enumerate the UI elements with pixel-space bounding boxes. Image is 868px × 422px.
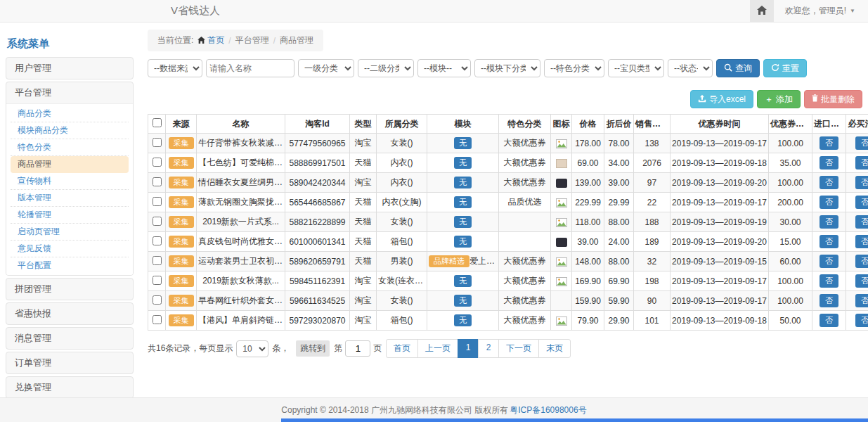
taoke-id: 565446685867	[285, 193, 350, 212]
must-buy-toggle[interactable]: 否	[855, 176, 868, 189]
broken-image-icon	[556, 257, 567, 267]
sidebar-item[interactable]: 轮播管理	[11, 207, 129, 224]
taoke-id: 601000601341	[285, 232, 350, 252]
sidebar-item[interactable]: 平台配置	[11, 257, 129, 274]
page-button[interactable]: 上一页	[417, 339, 458, 358]
icp-link[interactable]: 粤ICP备16098006号	[510, 404, 586, 416]
must-buy-toggle[interactable]: 否	[855, 255, 868, 268]
import-select-toggle[interactable]: 否	[820, 176, 838, 189]
must-buy-toggle[interactable]: 否	[855, 235, 868, 248]
import-select-toggle[interactable]: 否	[820, 294, 838, 307]
reset-button[interactable]: 重置	[763, 59, 807, 77]
sales-count: 22	[634, 193, 671, 212]
per-page-select[interactable]: 10	[236, 340, 268, 357]
price: 148.00	[572, 252, 604, 271]
sidebar-item[interactable]: 特色分类	[11, 139, 129, 156]
page-button[interactable]: 首页	[386, 339, 418, 358]
product-type: 淘宝	[350, 311, 377, 331]
select-all-checkbox[interactable]	[153, 118, 162, 127]
filter-module-subcategory[interactable]: --模块下分类--	[474, 59, 540, 77]
must-buy-toggle[interactable]: 否	[855, 136, 868, 150]
table-row: 采集牛仔背带裤女秋装减龄...577479560965淘宝女装()无大额优惠券1…	[148, 134, 868, 153]
table-head: 来源名称淘客Id类型所属分类模块特色分类图标价格折后价销售数量优惠券时间优惠券金…	[148, 115, 868, 134]
row-checkbox[interactable]	[153, 315, 162, 324]
column-header: 类型	[350, 115, 377, 134]
coupon-amount: 200.00	[769, 193, 812, 212]
jump-page-input[interactable]	[345, 340, 370, 357]
import-select-toggle[interactable]: 否	[820, 156, 838, 170]
sidebar-section[interactable]: 兑换管理	[6, 377, 133, 398]
breadcrumb-home-link[interactable]: 首页	[197, 34, 224, 46]
search-icon	[724, 63, 732, 74]
import-select-toggle[interactable]: 否	[820, 235, 838, 248]
product-thumbnail	[556, 179, 567, 188]
search-button[interactable]: 查询	[716, 59, 760, 77]
module-none-badge: 无	[454, 236, 472, 248]
source-badge: 采集	[169, 295, 194, 307]
source-badge: 采集	[169, 236, 194, 248]
filter-item-type[interactable]: --宝贝类型--	[608, 59, 664, 77]
user-menu[interactable]: 欢迎您，管理员! ▼	[774, 5, 868, 17]
sidebar-item[interactable]: 模块商品分类	[11, 122, 129, 139]
discount-price: 78.00	[604, 134, 634, 153]
row-checkbox[interactable]	[153, 295, 162, 305]
product-type: 天猫	[350, 193, 377, 212]
import-select-toggle[interactable]: 否	[820, 274, 838, 288]
source-badge: 采集	[169, 275, 194, 287]
product-type: 淘宝	[350, 271, 377, 291]
broken-image-icon	[556, 198, 567, 207]
product-name: 2019新款一片式系...	[197, 212, 285, 232]
filter-status[interactable]: --状态--	[668, 59, 713, 77]
row-checkbox[interactable]	[153, 217, 162, 226]
home-button[interactable]	[750, 0, 774, 22]
row-checkbox[interactable]	[153, 256, 162, 265]
must-buy-toggle[interactable]: 否	[855, 215, 868, 229]
sidebar-item[interactable]: 商品管理	[11, 156, 129, 173]
filter-special-category[interactable]: --特色分类--	[544, 59, 604, 77]
sidebar-section[interactable]: 省惠快报	[6, 303, 133, 324]
filter-data-source[interactable]: --数据来源--	[148, 59, 202, 77]
filter-level1-category[interactable]: 一级分类	[298, 59, 354, 77]
sidebar-item[interactable]: 意见反馈	[11, 241, 129, 257]
row-checkbox[interactable]	[153, 138, 162, 147]
page-button[interactable]: 末页	[538, 339, 571, 358]
must-buy-toggle[interactable]: 否	[855, 156, 868, 170]
row-checkbox[interactable]	[153, 236, 162, 245]
add-button[interactable]: ＋ 添加	[757, 90, 801, 108]
import-select-toggle[interactable]: 否	[820, 196, 838, 209]
column-header: 特色分类	[499, 115, 551, 134]
must-buy-toggle[interactable]: 否	[855, 314, 868, 327]
filter-level2-category[interactable]: --二级分类--	[358, 59, 414, 77]
import-select-toggle[interactable]: 否	[820, 314, 838, 327]
must-buy-toggle[interactable]: 否	[855, 294, 868, 307]
page-button[interactable]: 下一页	[498, 339, 539, 358]
import-excel-button[interactable]: 导入excel	[690, 90, 753, 108]
sidebar-section[interactable]: 平台管理	[6, 82, 133, 103]
name-search-input[interactable]	[206, 59, 294, 77]
row-checkbox[interactable]	[153, 197, 162, 206]
sidebar-section[interactable]: 消息管理	[6, 328, 133, 349]
sidebar-item[interactable]: 商品分类	[11, 106, 129, 122]
product-type: 淘宝	[350, 291, 377, 311]
sidebar-item[interactable]: 版本管理	[11, 190, 129, 207]
page-button[interactable]: 2	[478, 339, 499, 358]
row-checkbox[interactable]	[153, 177, 162, 186]
sidebar-section[interactable]: 用户管理	[6, 58, 133, 79]
sidebar-section[interactable]: 拼团管理	[6, 279, 133, 300]
batch-delete-button[interactable]: 批量删除	[804, 90, 862, 108]
import-select-toggle[interactable]: 否	[820, 136, 838, 150]
import-select-toggle[interactable]: 否	[820, 215, 838, 229]
page-button[interactable]: 1	[458, 339, 479, 358]
must-buy-toggle[interactable]: 否	[855, 196, 868, 209]
row-checkbox[interactable]	[153, 158, 162, 167]
sidebar-item[interactable]: 宣传物料	[11, 173, 129, 190]
filter-module[interactable]: --模块--	[417, 59, 471, 77]
must-buy-toggle[interactable]: 否	[855, 274, 868, 288]
column-header: 所属分类	[377, 115, 427, 134]
module-brand-badge: 品牌精选	[429, 255, 469, 267]
source-badge: 采集	[169, 216, 194, 228]
import-select-toggle[interactable]: 否	[820, 255, 838, 268]
row-checkbox[interactable]	[153, 276, 162, 285]
sidebar-section[interactable]: 订单管理	[6, 352, 133, 373]
sidebar-item[interactable]: 启动页管理	[11, 224, 129, 241]
